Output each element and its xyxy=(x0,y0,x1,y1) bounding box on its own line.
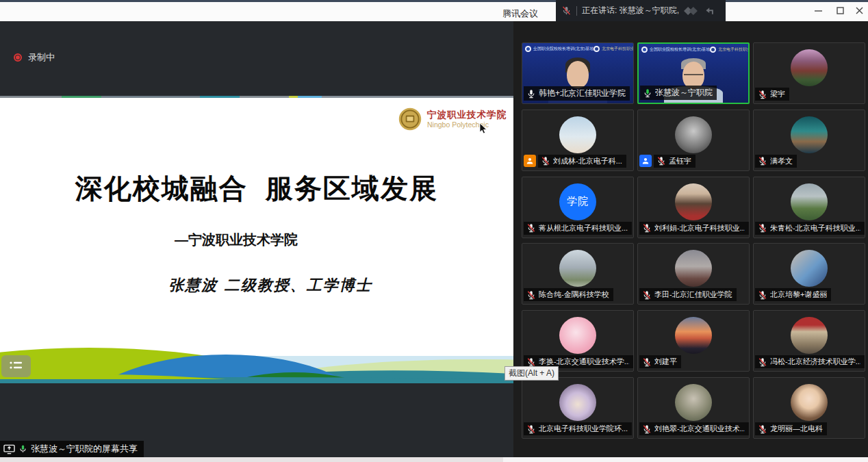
mic-icon xyxy=(642,357,652,367)
divider xyxy=(576,6,577,16)
mic-icon xyxy=(642,290,652,300)
mic-icon xyxy=(526,89,536,99)
participant-avatar xyxy=(791,49,828,86)
tile-footer: 李田-北京汇佳职业学院 xyxy=(639,288,737,301)
participant-avatar xyxy=(675,250,712,287)
mic-icon xyxy=(758,357,767,367)
participant-tile[interactable]: 龙明丽—北电科 xyxy=(753,377,865,439)
participant-name: 陈合纯-金隅科技学校 xyxy=(539,290,609,300)
mic-icon xyxy=(541,156,550,166)
slide-top-stripe xyxy=(0,96,513,98)
participant-avatar: 学院 xyxy=(559,183,596,220)
role-badge-icon xyxy=(524,155,536,167)
participant-avatar xyxy=(791,317,828,354)
participant-avatar xyxy=(675,116,712,153)
participant-name: 刘建平 xyxy=(654,357,677,367)
mic-icon xyxy=(758,424,767,434)
tencent-meeting-window: 腾讯会议 正在讲话: 张慧波～宁职院, xyxy=(0,0,868,462)
recording-label: 录制中 xyxy=(28,51,55,64)
participant-name: 韩艳+北京汇佳职业学院 xyxy=(539,88,626,99)
bottom-bar xyxy=(0,457,868,462)
participant-tile[interactable]: 李换-北京交通职业技术学... xyxy=(522,310,634,372)
tile-footer: 冯松-北京经济技术职业学... xyxy=(755,355,865,368)
participant-tile[interactable]: 刘成林-北京电子科... xyxy=(522,110,634,171)
annotation-toolbar-button[interactable] xyxy=(1,355,31,377)
tile-footer: 刘艳翠-北京交通职业技术... xyxy=(639,422,749,435)
mic-icon xyxy=(656,156,666,166)
participant-tile[interactable]: 北京电子科技职业学院环... xyxy=(522,377,634,439)
recording-dot-icon xyxy=(14,53,22,62)
slide-wave-graphic xyxy=(0,344,513,383)
participant-name: 刘艳翠-北京交通职业技术... xyxy=(654,424,745,434)
avatar-text: 学院 xyxy=(567,195,589,208)
screen-share-label: 张慧波～宁职院的屏幕共享 xyxy=(31,443,138,455)
participant-avatar xyxy=(675,183,712,220)
title-bar: 腾讯会议 xyxy=(0,2,868,21)
screen-share-banner: 张慧波～宁职院的屏幕共享 xyxy=(0,441,144,457)
participant-tile[interactable]: 李田-北京汇佳职业学院 xyxy=(637,243,750,305)
participant-tile[interactable]: 刘建平 xyxy=(637,310,750,372)
restore-arrow-icon[interactable] xyxy=(704,6,715,16)
tile-footer: 梁宇 xyxy=(755,88,789,101)
participant-tile[interactable]: 北京培黎+谢盛丽 xyxy=(753,243,865,305)
tile-footer: 龙明丽—北电科 xyxy=(755,422,827,435)
muted-mic-icon xyxy=(561,5,572,16)
participant-name: 梁宇 xyxy=(770,89,785,99)
participant-avatar xyxy=(675,317,712,354)
participant-name: 北京电子科技职业学院环... xyxy=(539,424,628,434)
shared-screen-area: 录制中 宁波职业技术学院 Ningbo Polytechnic xyxy=(0,21,513,462)
participant-tile[interactable]: 朱青松-北京电子科技职业... xyxy=(753,177,865,238)
school-seal-icon xyxy=(398,107,422,131)
screen-share-icon xyxy=(3,444,15,454)
participant-tile[interactable]: 陈合纯-金隅科技学校 xyxy=(522,243,634,305)
participant-avatar xyxy=(791,183,828,220)
participant-name: 满孝文 xyxy=(770,156,793,166)
participant-name: 刘成林-北京电子科... xyxy=(553,156,622,166)
role-badge-icon xyxy=(639,155,652,167)
participant-tile[interactable]: 全国职业院校校长培训(北京)基地 北京电子科技职业学院 xyxy=(637,42,750,104)
tile-footer: 刘利娟-北京电子科技职业... xyxy=(639,222,749,235)
tile-footer: 韩艳+北京汇佳职业学院 xyxy=(524,86,630,101)
participant-name: 龙明丽—北电科 xyxy=(770,424,823,434)
participant-tile[interactable]: 刘利娟-北京电子科技职业... xyxy=(637,177,750,238)
mic-icon xyxy=(643,88,652,98)
tile-footer: 刘成林-北京电子科... xyxy=(524,155,626,168)
participant-tile[interactable]: 满孝文 xyxy=(753,110,865,171)
screenshot-tooltip: 截图(Alt + A) xyxy=(505,366,559,381)
mic-icon xyxy=(526,223,536,233)
minimize-button[interactable] xyxy=(808,0,828,21)
participant-avatar xyxy=(675,384,712,421)
participant-tile[interactable]: 冯松-北京经济技术职业学... xyxy=(753,310,865,372)
participant-tile[interactable]: 梁宇 xyxy=(753,42,865,104)
meeting-logo-icon xyxy=(684,5,702,16)
participant-avatar xyxy=(559,250,596,287)
speaking-indicator[interactable]: 正在讲话: 张慧波～宁职院, xyxy=(556,0,726,21)
tile-footer: 陈合纯-金隅科技学校 xyxy=(524,288,613,301)
participant-name: 李田-北京汇佳职业学院 xyxy=(654,290,732,300)
mic-icon xyxy=(526,357,536,367)
presenter-mic-icon xyxy=(18,444,27,454)
participant-tile[interactable]: 刘艳翠-北京交通职业技术... xyxy=(637,377,750,439)
slide-author: 张慧波 二级教授、工学博士 xyxy=(27,275,513,296)
participant-tile[interactable]: 孟钰宇 xyxy=(637,110,750,171)
participant-name: 蒋从根北京电子科技职业... xyxy=(539,223,628,233)
mic-icon xyxy=(758,290,767,300)
recording-indicator: 录制中 xyxy=(14,51,55,64)
tile-footer: 蒋从根北京电子科技职业... xyxy=(524,222,632,235)
presentation-slide: 宁波职业技术学院 Ningbo Polytechnic 深化校城融合 服务区域发… xyxy=(0,96,513,383)
tile-footer: 北京培黎+谢盛丽 xyxy=(755,288,831,301)
participant-avatar xyxy=(559,116,596,153)
participant-tile[interactable]: 全国职业院校校长培训(北京)基地 北京电子科技职业学院 xyxy=(522,42,634,104)
maximize-button[interactable] xyxy=(830,0,850,21)
participant-name: 张慧波～宁职院 xyxy=(655,87,713,99)
participant-name: 刘利娟-北京电子科技职业... xyxy=(654,223,745,233)
school-name-cn: 宁波职业技术学院 xyxy=(427,110,507,120)
participant-name: 孟钰宇 xyxy=(669,156,691,166)
participant-tile[interactable]: 学院 蒋从根北京电 xyxy=(522,177,634,238)
mic-icon xyxy=(642,424,652,434)
participant-name: 冯松-北京经济技术职业学... xyxy=(770,357,860,367)
slide-title: 深化校城融合 服务区域发展 xyxy=(0,170,513,207)
school-name-en: Ningbo Polytechnic xyxy=(427,120,507,129)
close-button[interactable] xyxy=(849,0,868,21)
mic-icon xyxy=(758,90,767,99)
